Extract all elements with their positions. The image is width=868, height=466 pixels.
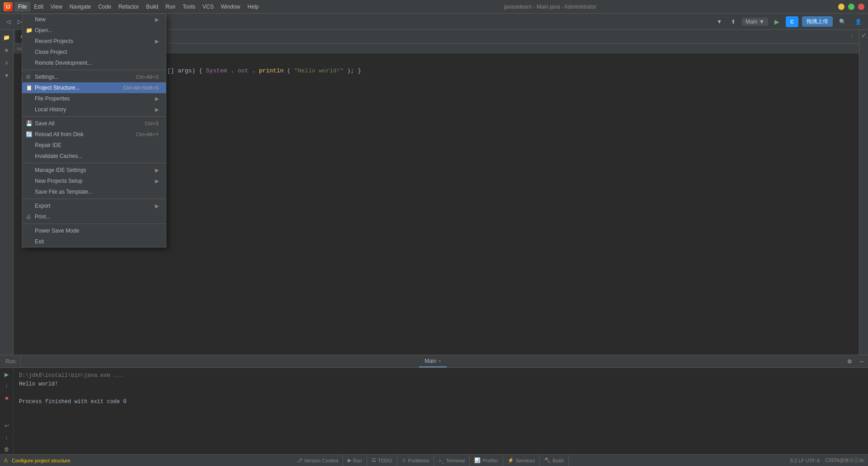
menu-item-reload-all[interactable]: 🔄 Reload All from Disk Ctrl+Alt+Y bbox=[22, 129, 166, 140]
save-all-icon: 💾 bbox=[26, 120, 33, 127]
bottom-tab-bar: Run: Main × ⚙ ─ bbox=[0, 355, 868, 368]
string-hello: "Hello world!" bbox=[294, 67, 344, 74]
menu-build[interactable]: Build bbox=[142, 2, 162, 12]
sidebar-icon-bookmark[interactable]: ★ bbox=[1, 44, 13, 56]
menu-item-close-project[interactable]: Close Project bbox=[22, 47, 166, 57]
run-wrap-btn[interactable]: ↩ bbox=[2, 421, 12, 431]
menu-item-save-all[interactable]: 💾 Save All Ctrl+S bbox=[22, 118, 166, 129]
menu-item-export[interactable]: Export ▶ bbox=[22, 200, 166, 211]
menu-item-power-save[interactable]: Power Save Mode bbox=[22, 225, 166, 236]
menu-file[interactable]: File bbox=[14, 2, 30, 12]
run-button[interactable]: ▶ bbox=[772, 17, 782, 27]
toolbar-update-button[interactable]: ⬆ bbox=[728, 17, 738, 26]
bottom-settings-btn[interactable]: ⚙ bbox=[844, 357, 855, 366]
menu-item-save-template[interactable]: Save File as Template... bbox=[22, 186, 166, 197]
run-config-selector[interactable]: Main ▼ bbox=[742, 18, 768, 26]
menu-item-recent-label: Recent Projects bbox=[35, 38, 73, 44]
dot2: . bbox=[252, 67, 255, 74]
menu-item-exit[interactable]: Exit bbox=[22, 236, 166, 247]
status-tab-terminal[interactable]: >_ Terminal bbox=[434, 455, 470, 466]
minimize-button[interactable]: ─ bbox=[838, 4, 844, 10]
run-clear-btn[interactable]: 🗑 bbox=[2, 444, 12, 454]
project-structure-shortcut: Ctrl+Alt+Shift+S bbox=[123, 85, 159, 90]
recent-arrow: ▶ bbox=[155, 38, 159, 44]
menu-item-invalidate-caches[interactable]: Invalidate Caches... bbox=[22, 151, 166, 162]
paren2-close: ); } bbox=[347, 67, 361, 74]
menu-item-settings[interactable]: ⚙ Settings... Ctrl+Alt+S bbox=[22, 71, 166, 82]
terminal-line-empty bbox=[19, 389, 863, 397]
brackets: [] args) { bbox=[167, 67, 206, 74]
title-bar: IJ File Edit View Navigate Code Refactor… bbox=[0, 0, 868, 14]
menu-item-print-label: Print... bbox=[35, 214, 51, 220]
csdn-button[interactable]: C bbox=[786, 16, 798, 27]
menu-item-remote-dev[interactable]: Remote Development... bbox=[22, 57, 166, 68]
println-fn: println bbox=[259, 67, 284, 74]
menu-item-manage-ide-settings[interactable]: Manage IDE Settings ▶ bbox=[22, 165, 166, 176]
file-props-arrow: ▶ bbox=[155, 96, 159, 102]
menu-view[interactable]: View bbox=[47, 2, 66, 12]
upload-button[interactable]: 拖拽上传 bbox=[802, 16, 833, 27]
bottom-tab-actions: ⚙ ─ bbox=[844, 355, 866, 367]
menu-item-local-history[interactable]: Local History ▶ bbox=[22, 104, 166, 115]
status-tab-profiler[interactable]: 📊 Profiler bbox=[470, 455, 503, 466]
menu-item-open[interactable]: 📁 Open... bbox=[22, 25, 166, 36]
status-tab-version-control[interactable]: ⎇ Version Control bbox=[292, 455, 343, 466]
menu-window[interactable]: Window bbox=[217, 2, 244, 12]
close-button[interactable]: × bbox=[858, 4, 864, 10]
status-bar: ⚠ Configure project structure ⎇ Version … bbox=[0, 454, 868, 466]
local-history-arrow: ▶ bbox=[155, 107, 159, 113]
run-rerun-btn[interactable]: ↑ bbox=[2, 381, 12, 391]
print-icon: 🖨 bbox=[26, 214, 31, 220]
menu-run[interactable]: Run bbox=[162, 2, 179, 12]
user-button[interactable]: 👤 bbox=[852, 17, 864, 26]
menu-item-file-props-label: File Properties bbox=[35, 95, 70, 102]
status-tab-run[interactable]: ▶ Run bbox=[343, 455, 367, 466]
bottom-minimize-btn[interactable]: ─ bbox=[857, 357, 866, 366]
sidebar-icon-project[interactable]: 📁 bbox=[1, 32, 13, 43]
status-tab-build[interactable]: 🔨 Build bbox=[540, 455, 568, 466]
terminal-output: D:\jdk8\install\bin\java.exe ... Hello w… bbox=[14, 368, 868, 454]
status-tab-services[interactable]: ⚡ Services bbox=[503, 455, 540, 466]
status-tab-problems[interactable]: ⚠ Problems bbox=[397, 455, 434, 466]
bottom-tab-close[interactable]: × bbox=[438, 358, 441, 364]
run-scroll-btn[interactable]: ↓ bbox=[2, 433, 12, 442]
menu-item-print[interactable]: 🖨 Print... bbox=[22, 211, 166, 222]
sidebar-icon-favorites[interactable]: ♥ bbox=[1, 70, 13, 81]
menu-item-new-label: New bbox=[35, 16, 46, 23]
sep-4 bbox=[22, 199, 166, 199]
terminal-path: D:\jdk8\install\bin\java.exe ... bbox=[19, 372, 123, 379]
menu-edit[interactable]: Edit bbox=[30, 2, 47, 12]
run-play-btn[interactable]: ▶ bbox=[2, 370, 12, 380]
status-warning-text[interactable]: Configure project structure bbox=[12, 458, 71, 463]
menu-code[interactable]: Code bbox=[94, 2, 115, 12]
menu-item-repair-ide[interactable]: Repair IDE bbox=[22, 140, 166, 151]
menu-item-file-properties[interactable]: File Properties ▶ bbox=[22, 93, 166, 104]
menu-item-new-projects-setup[interactable]: New Projects Setup ▶ bbox=[22, 176, 166, 186]
menu-tools[interactable]: Tools bbox=[179, 2, 199, 12]
sidebar-icon-structure[interactable]: ≡ bbox=[1, 57, 13, 69]
version-control-label: Version Control bbox=[304, 458, 338, 463]
toolbar-git-button[interactable]: ▼ bbox=[714, 17, 725, 26]
window-controls: ─ □ × bbox=[838, 4, 864, 10]
terminal-line-command: D:\jdk8\install\bin\java.exe ... bbox=[19, 371, 863, 380]
terminal-icon: >_ bbox=[439, 458, 444, 463]
status-tab-todo[interactable]: ☰ TODO bbox=[367, 455, 397, 466]
services-label: Services bbox=[516, 458, 535, 463]
menu-item-project-structure[interactable]: 📋 Project Structure... Ctrl+Alt+Shift+S bbox=[22, 82, 166, 93]
menu-navigate[interactable]: Navigate bbox=[66, 2, 94, 12]
run-stop-btn[interactable]: ■ bbox=[2, 393, 12, 403]
toolbar-back-button[interactable]: ◁ bbox=[4, 17, 13, 26]
run-icon: ▶ bbox=[348, 457, 351, 463]
search-button[interactable]: 🔍 bbox=[836, 17, 849, 26]
menu-refactor[interactable]: Refactor bbox=[115, 2, 142, 12]
bottom-tab-main[interactable]: Main × bbox=[419, 355, 446, 367]
menu-item-recent-projects[interactable]: Recent Projects ▶ bbox=[22, 36, 166, 47]
maximize-button[interactable]: □ bbox=[848, 4, 854, 10]
run-sidebar: ▶ ↑ ■ ↩ ↓ 🗑 bbox=[0, 368, 14, 454]
menu-vcs[interactable]: VCS bbox=[199, 2, 217, 12]
menu-item-new-projects-label: New Projects Setup bbox=[35, 178, 82, 184]
tab-overflow-button[interactable]: ⋮ bbox=[847, 30, 857, 43]
problems-icon: ⚠ bbox=[402, 457, 406, 463]
menu-help[interactable]: Help bbox=[244, 2, 262, 12]
menu-item-new[interactable]: New ▶ bbox=[22, 14, 166, 25]
